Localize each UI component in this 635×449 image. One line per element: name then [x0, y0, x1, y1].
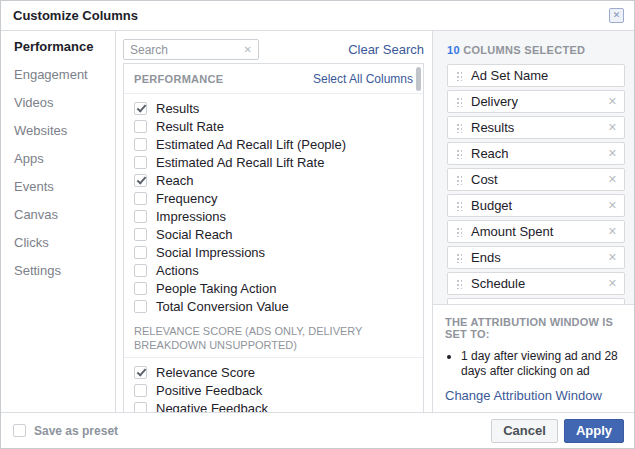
customize-columns-dialog: Customize Columns ✕ PerformanceEngagemen…: [0, 0, 635, 449]
sidebar-item-websites[interactable]: Websites: [1, 117, 115, 145]
selected-columns-panel: 10 COLUMNS SELECTED Ad Set NameDelivery✕…: [432, 31, 634, 412]
drag-handle-icon[interactable]: [456, 149, 462, 159]
column-option[interactable]: Impressions: [124, 207, 423, 225]
remove-column-icon[interactable]: ✕: [605, 225, 617, 238]
column-option[interactable]: Social Reach: [124, 225, 423, 243]
selected-column-label: Results: [471, 120, 605, 135]
column-option[interactable]: Reach: [124, 171, 423, 189]
selected-column-card[interactable]: Schedule✕: [447, 272, 625, 295]
search-input[interactable]: [130, 43, 240, 57]
remove-column-icon[interactable]: ✕: [605, 277, 617, 290]
save-as-preset-option[interactable]: Save as preset: [13, 424, 118, 438]
remove-column-icon[interactable]: ✕: [605, 95, 617, 108]
column-option-label: Actions: [156, 263, 199, 278]
column-option-label: Positive Feedback: [156, 383, 262, 398]
drag-handle-icon[interactable]: [456, 123, 462, 133]
list-section-header-row: PERFORMANCE Select All Columns: [124, 64, 423, 94]
sidebar-item-apps[interactable]: Apps: [1, 145, 115, 173]
category-sidebar: PerformanceEngagementVideosWebsitesAppsE…: [1, 31, 116, 412]
checkbox-icon[interactable]: [134, 228, 147, 241]
sidebar-item-engagement[interactable]: Engagement: [1, 61, 115, 89]
dialog-title: Customize Columns: [13, 8, 138, 23]
selected-column-card[interactable]: Reach✕: [447, 142, 625, 165]
sidebar-item-videos[interactable]: Videos: [1, 89, 115, 117]
change-attribution-window-link[interactable]: Change Attribution Window: [445, 388, 602, 403]
checkbox-icon[interactable]: [134, 156, 147, 169]
available-columns-list: PERFORMANCE Select All Columns ResultsRe…: [123, 63, 424, 412]
sidebar-item-performance[interactable]: Performance: [1, 33, 115, 61]
checkbox-checked-icon[interactable]: [134, 366, 147, 379]
column-option[interactable]: Frequency: [124, 189, 423, 207]
drag-handle-icon[interactable]: [456, 97, 462, 107]
selected-columns-cards: Ad Set NameDelivery✕Results✕Reach✕Cost✕B…: [433, 64, 634, 304]
column-option[interactable]: People Taking Action: [124, 279, 423, 297]
search-clear-icon[interactable]: ✕: [244, 44, 252, 55]
column-option-label: Frequency: [156, 191, 217, 206]
selected-column-label: Ends: [471, 250, 605, 265]
selected-count: 10: [447, 44, 460, 56]
checkbox-checked-icon[interactable]: [134, 102, 147, 115]
remove-column-icon[interactable]: ✕: [605, 173, 617, 186]
selected-column-card[interactable]: Cost✕: [447, 168, 625, 191]
remove-column-icon[interactable]: ✕: [605, 147, 617, 160]
cancel-button[interactable]: Cancel: [491, 419, 558, 443]
attribution-list: 1 day after viewing ad and 28 days after…: [461, 349, 622, 379]
drag-handle-icon[interactable]: [456, 201, 462, 211]
drag-handle-icon[interactable]: [456, 71, 462, 81]
attribution-bullet: 1 day after viewing ad and 28 days after…: [461, 349, 621, 379]
checkbox-icon[interactable]: [134, 384, 147, 397]
column-option[interactable]: Positive Feedback: [124, 381, 423, 399]
column-option-label: Results: [156, 101, 199, 116]
selected-column-card[interactable]: Delivery✕: [447, 90, 625, 113]
sidebar-item-events[interactable]: Events: [1, 173, 115, 201]
section-header: PERFORMANCE: [134, 73, 223, 85]
column-option[interactable]: Total Conversion Value: [124, 297, 423, 315]
save-as-preset-checkbox[interactable]: [13, 424, 26, 437]
close-icon[interactable]: ✕: [609, 8, 624, 23]
column-option[interactable]: Estimated Ad Recall Lift Rate: [124, 153, 423, 171]
checkbox-icon[interactable]: [134, 120, 147, 133]
subsection-checkbox-rows: Relevance ScorePositive FeedbackNegative…: [124, 358, 423, 412]
column-option[interactable]: Social Impressions: [124, 243, 423, 261]
dialog-footer: Save as preset Cancel Apply: [1, 412, 634, 448]
scrollbar-thumb[interactable]: [416, 67, 421, 91]
sidebar-item-clicks[interactable]: Clicks: [1, 229, 115, 257]
column-option[interactable]: Relevance Score: [124, 363, 423, 381]
sidebar-item-canvas[interactable]: Canvas: [1, 201, 115, 229]
column-option-label: Estimated Ad Recall Lift Rate: [156, 155, 324, 170]
checkbox-icon[interactable]: [134, 402, 147, 413]
apply-button[interactable]: Apply: [564, 419, 624, 443]
clear-search-link[interactable]: Clear Search: [348, 42, 424, 57]
drag-handle-icon[interactable]: [456, 279, 462, 289]
selected-column-label: Ad Set Name: [471, 68, 617, 83]
selected-column-card[interactable]: Ad Set Name: [447, 64, 625, 87]
checkbox-icon[interactable]: [134, 282, 147, 295]
drag-handle-icon[interactable]: [456, 175, 462, 185]
selected-column-card[interactable]: Ends✕: [447, 246, 625, 269]
column-option[interactable]: Negative Feedback: [124, 399, 423, 412]
remove-column-icon[interactable]: ✕: [605, 121, 617, 134]
checkbox-checked-icon[interactable]: [134, 174, 147, 187]
remove-column-icon[interactable]: ✕: [605, 199, 617, 212]
column-option-label: Relevance Score: [156, 365, 255, 380]
selected-column-card[interactable]: Amount Spent✕: [447, 220, 625, 243]
drag-handle-icon[interactable]: [456, 253, 462, 263]
checkbox-icon[interactable]: [134, 192, 147, 205]
checkbox-icon[interactable]: [134, 138, 147, 151]
column-option[interactable]: Estimated Ad Recall Lift (People): [124, 135, 423, 153]
selected-column-card[interactable]: Results✕: [447, 116, 625, 139]
attribution-header: THE ATTRIBUTION WINDOW IS SET TO:: [445, 316, 622, 340]
checkbox-icon[interactable]: [134, 210, 147, 223]
checkbox-icon[interactable]: [134, 264, 147, 277]
sidebar-item-settings[interactable]: Settings: [1, 257, 115, 285]
remove-column-icon[interactable]: ✕: [605, 251, 617, 264]
selected-column-card[interactable]: Budget✕: [447, 194, 625, 217]
checkbox-icon[interactable]: [134, 246, 147, 259]
select-all-columns-link[interactable]: Select All Columns: [313, 72, 413, 86]
column-option-label: Estimated Ad Recall Lift (People): [156, 137, 346, 152]
drag-handle-icon[interactable]: [456, 227, 462, 237]
column-option[interactable]: Actions: [124, 261, 423, 279]
checkbox-icon[interactable]: [134, 300, 147, 313]
column-option[interactable]: Result Rate: [124, 117, 423, 135]
column-option[interactable]: Results: [124, 99, 423, 117]
